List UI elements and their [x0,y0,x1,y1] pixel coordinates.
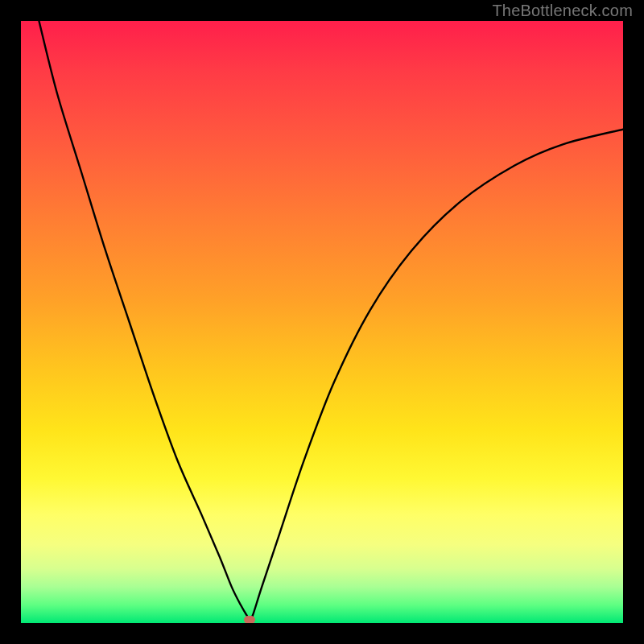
optimum-marker [244,616,255,624]
plot-area [21,21,623,623]
bottleneck-curve [21,21,623,623]
watermark-text: TheBottleneck.com [492,2,633,20]
chart-frame: TheBottleneck.com [0,0,644,644]
